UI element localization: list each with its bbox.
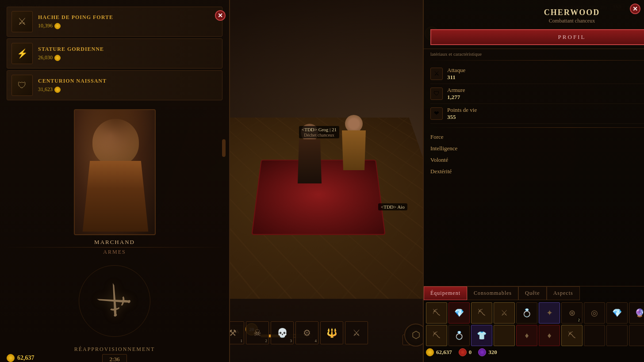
character-panel-close[interactable]: ✕ <box>630 4 640 14</box>
inv-slot[interactable]: 💍 <box>516 302 537 324</box>
tab-aspects[interactable]: Aspects <box>547 286 580 300</box>
intelligence-label: Intelligence <box>430 145 457 152</box>
inv-slot[interactable]: 🔮 <box>629 302 644 324</box>
char2-label: <TDD> Aio <box>378 203 407 210</box>
tab-consumables[interactable]: Consommables <box>467 286 518 300</box>
character-name: CHERWOOD <box>428 8 644 17</box>
item-icon-3: 🛡 <box>12 75 33 96</box>
reappro-label: Réapprovisionnement <box>7 346 222 353</box>
volonte-label: Volonté <box>430 156 448 164</box>
gold-display-right: 62,637 0 320 <box>424 346 644 358</box>
inv-slot[interactable]: ♦ <box>539 325 560 346</box>
reappro-section: Réapprovisionnement 2:36 <box>7 346 222 362</box>
sword-large-icon: ⚔ <box>89 275 141 327</box>
sword-display: ⚔ <box>74 260 156 342</box>
inv-slot[interactable]: 👕 <box>471 325 492 346</box>
hp-icon: ❤ <box>430 107 443 120</box>
gold-icon-right <box>426 348 434 356</box>
inv-slot[interactable]: 💎 <box>448 302 470 324</box>
attack-stat-row: ⚔ Attaque 311 <box>430 64 644 84</box>
item-info-1: HACHE DE POING FORTE 10,396 <box>38 14 218 29</box>
item-row[interactable]: 🛡 CENTURION NAISSANT 31,623 <box>7 70 222 100</box>
item-icon-1: ⚔ <box>12 11 33 32</box>
npc-character <box>336 115 372 186</box>
attr-divider <box>428 127 644 128</box>
hp-label: Points de vie 355 <box>447 107 644 121</box>
inv-slot[interactable] <box>629 325 644 346</box>
item-name-2: STATURE GORDIENNE <box>38 46 218 53</box>
item-price-2: 26,030 <box>38 54 218 61</box>
merchant-close-button[interactable]: ✕ <box>215 10 226 21</box>
gold-display-left: 62,637 <box>7 354 34 362</box>
character-class: Combattant chanceux <box>428 17 644 25</box>
item-price-3: 31,623 <box>38 86 218 93</box>
item-list: ⚔ HACHE DE POING FORTE 10,396 ⚡ STATURE … <box>7 7 222 100</box>
char1-label: <TDD> Grog | 21 Déchet chanceux <box>299 126 339 138</box>
hotbar-slot-4[interactable]: ⚙ 4 <box>295 321 318 344</box>
item-row[interactable]: ⚔ HACHE DE POING FORTE 10,396 <box>7 7 222 37</box>
item-info-3: CENTURION NAISSANT 31,623 <box>38 78 218 93</box>
inv-slot[interactable] <box>494 325 515 346</box>
stats-scroll: latériaux et caractéristique <box>424 49 644 59</box>
purple-currency-icon <box>478 348 486 356</box>
red-currency-amount: 0 <box>469 349 472 356</box>
tab-equipment[interactable]: Équipement <box>424 286 467 300</box>
tab-quete[interactable]: Quête <box>518 286 547 300</box>
red-currency-icon <box>459 348 467 356</box>
merchant-avatar <box>74 109 156 235</box>
gold-coin-icon <box>54 55 61 61</box>
char-name-section: CHERWOOD Combattant chanceux <box>424 4 644 26</box>
item-icon-2: ⚡ <box>12 43 33 64</box>
purple-currency: 320 <box>478 348 497 356</box>
inv-slot[interactable]: 💍 <box>448 325 470 346</box>
hp-value: 355 <box>447 114 644 121</box>
inv-slot[interactable]: 💎 <box>606 302 628 324</box>
volonte-attr-row: Volonté 29 <box>430 154 644 166</box>
armor-icon: 🛡 <box>430 88 443 100</box>
inv-slot[interactable]: ◎ <box>584 302 605 324</box>
armor-label: Armure 1,277 <box>447 87 644 101</box>
scroll-handle[interactable] <box>222 139 226 157</box>
merchant-hood-overlay <box>75 110 156 168</box>
red-currency: 0 <box>459 348 472 356</box>
inv-slot[interactable]: ⛏ <box>426 302 447 324</box>
inv-slot[interactable]: ⛏ <box>561 325 583 346</box>
item-row[interactable]: ⚡ STATURE GORDIENNE 26,030 <box>7 38 222 69</box>
purple-currency-amount: 320 <box>488 349 497 356</box>
stats-divider <box>428 60 644 61</box>
item-name-3: CENTURION NAISSANT <box>38 78 218 84</box>
attack-icon: ⚔ <box>430 68 443 80</box>
attack-value: 311 <box>447 74 644 81</box>
force-attr-row: Force 58 <box>430 131 644 143</box>
inv-slot[interactable]: ⊛ 2 <box>561 302 583 324</box>
inv-slot[interactable]: ♦ <box>516 325 537 346</box>
item-name-1: HACHE DE POING FORTE <box>38 14 218 21</box>
dexterite-attr-row: Dextérité 56 <box>430 166 644 177</box>
hotbar-slot-2[interactable]: ☠ 2 <box>246 321 269 344</box>
gold-amount-left: 62,637 <box>17 354 34 362</box>
inventory-tabs: Équipement Consommables Quête Aspects ⊕ <box>424 286 644 300</box>
divider <box>4 247 225 248</box>
merchant-title: MARCHAND <box>0 239 229 246</box>
inv-slot[interactable] <box>584 325 605 346</box>
inv-slot[interactable] <box>606 325 628 346</box>
profile-button[interactable]: PROFIL <box>430 29 644 45</box>
hotbar-slot-6[interactable]: ⚔ <box>345 321 368 344</box>
inv-slot[interactable]: ⚔ <box>494 302 515 324</box>
hp-stat-row: ❤ Points de vie 355 <box>430 104 644 124</box>
reappro-timer: 2:36 <box>102 354 126 362</box>
gold-currency: 62,637 <box>426 348 452 356</box>
character-panel: ✕ CHERWOOD Combattant chanceux PROFIL la… <box>423 0 644 362</box>
inv-slot[interactable]: ⛏ <box>471 302 492 324</box>
inv-slot[interactable]: ⛏ <box>426 325 447 346</box>
combat-stats: ⚔ Attaque 311 🛡 Armure 1,277 ❤ <box>424 62 644 126</box>
dexterite-label: Dextérité <box>430 168 452 175</box>
hotbar-slot-5[interactable]: 🔱 <box>320 321 343 344</box>
inv-slot[interactable]: ✦ <box>539 302 560 324</box>
merchant-subtitle: ARMES <box>0 249 229 255</box>
gold-icon-left <box>7 354 15 362</box>
item-info-2: STATURE GORDIENNE 26,030 <box>38 46 218 61</box>
hotbar-slot-3[interactable]: 💀 3 <box>271 321 294 344</box>
armor-stat-row: 🛡 Armure 1,277 <box>430 84 644 104</box>
inv-row-2: ⛏ 💍 👕 ♦ ♦ ⛏ <box>426 325 644 346</box>
